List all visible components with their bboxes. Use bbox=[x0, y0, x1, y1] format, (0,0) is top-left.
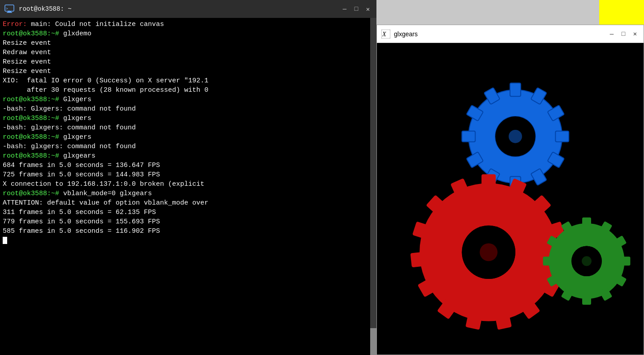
svg-point-10 bbox=[509, 130, 522, 143]
glxgears-maximize-button[interactable]: □ bbox=[619, 30, 627, 38]
glxgears-close-button[interactable]: ✕ bbox=[631, 30, 639, 38]
terminal-line: X connection to 192.168.137.1:0.0 broken… bbox=[3, 180, 374, 189]
terminal-cursor bbox=[3, 237, 7, 244]
terminal-body[interactable]: Error: main: Could not initialize canvas… bbox=[0, 18, 376, 355]
svg-point-15 bbox=[480, 243, 497, 261]
glxgears-window: X glxgears — □ ✕ bbox=[376, 25, 644, 355]
terminal-line: root@ok3588:~# vblank_mode=0 glxgears bbox=[3, 189, 374, 198]
gears-svg bbox=[377, 43, 644, 355]
terminal-line: Resize event bbox=[3, 38, 374, 48]
terminal-command: glxgears bbox=[63, 152, 95, 160]
glxgears-app-icon: X bbox=[381, 30, 390, 38]
svg-rect-2 bbox=[7, 12, 12, 13]
svg-text:>_: >_ bbox=[6, 7, 10, 11]
terminal-line: 779 frames in 5.0 seconds = 155.693 FPS bbox=[3, 217, 374, 227]
terminal-scrollbar-thumb[interactable] bbox=[370, 328, 376, 355]
blue-gear bbox=[462, 83, 569, 190]
terminal-prompt: root@ok3588:~# bbox=[3, 152, 63, 160]
terminal-command: vblank_mode=0 glxgears bbox=[63, 190, 152, 197]
terminal-line: 725 frames in 5.0 seconds = 144.983 FPS bbox=[3, 170, 374, 180]
terminal-command: glxgers bbox=[63, 133, 91, 141]
terminal-prompt: root@ok3588:~# bbox=[3, 30, 63, 38]
glxgears-title: glxgears bbox=[394, 30, 604, 38]
terminal-line: Redraw event bbox=[3, 48, 374, 57]
terminal-line: Resize event bbox=[3, 67, 374, 76]
terminal-maximize-button[interactable]: □ bbox=[352, 5, 360, 13]
glxgears-titlebar: X glxgears — □ ✕ bbox=[377, 25, 644, 43]
terminal-prompt: root@ok3588:~# bbox=[3, 133, 63, 141]
glxgears-minimize-button[interactable]: — bbox=[608, 30, 616, 38]
terminal-prompt: root@ok3588:~# bbox=[3, 115, 63, 122]
terminal-line: -bash: glxgers: command not found bbox=[3, 142, 374, 151]
terminal-line: root@ok3588:~# glxgers bbox=[3, 133, 374, 142]
terminal-line: -bash: Glxgers: command not found bbox=[3, 104, 374, 114]
terminal-command: glxgers bbox=[63, 115, 91, 122]
terminal-line: -bash: glxgers: command not found bbox=[3, 123, 374, 133]
terminal-line: root@ok3588:~# glxdemo bbox=[3, 29, 374, 38]
svg-rect-13 bbox=[481, 174, 496, 191]
terminal-line: after 30 requests (28 known processed) w… bbox=[3, 86, 374, 95]
terminal-cursor-line bbox=[3, 236, 374, 245]
terminal-window: >_ root@ok3588: ~ — □ ✕ Error: main: Cou… bbox=[0, 0, 376, 355]
terminal-line: 684 frames in 5.0 seconds = 136.647 FPS bbox=[3, 161, 374, 170]
terminal-titlebar: >_ root@ok3588: ~ — □ ✕ bbox=[0, 0, 376, 18]
terminal-close-button[interactable]: ✕ bbox=[364, 5, 372, 13]
svg-rect-1 bbox=[8, 11, 11, 12]
terminal-line: Error: main: Could not initialize canvas bbox=[3, 20, 374, 29]
terminal-prompt: root@ok3588:~# bbox=[3, 190, 63, 197]
terminal-window-controls[interactable]: — □ ✕ bbox=[341, 5, 372, 13]
terminal-command: glxdemo bbox=[63, 30, 91, 38]
svg-rect-8 bbox=[510, 83, 521, 96]
terminal-command: Glxgers bbox=[63, 96, 91, 103]
svg-rect-18 bbox=[582, 218, 591, 229]
terminal-line: ATTENTION: default value of option vblan… bbox=[3, 198, 374, 208]
terminal-title: root@ok3588: ~ bbox=[19, 5, 336, 13]
terminal-line: 311 frames in 5.0 seconds = 62.135 FPS bbox=[3, 208, 374, 217]
glxgears-window-controls[interactable]: — □ ✕ bbox=[608, 30, 639, 38]
terminal-line: root@ok3588:~# glxgears bbox=[3, 151, 374, 161]
svg-point-20 bbox=[582, 256, 592, 266]
terminal-line: Resize event bbox=[3, 57, 374, 67]
terminal-line: root@ok3588:~# glxgers bbox=[3, 114, 374, 123]
terminal-line: XIO: fatal IO error 0 (Success) on X ser… bbox=[3, 76, 374, 86]
svg-text:X: X bbox=[382, 31, 386, 38]
terminal-prompt: root@ok3588:~# bbox=[3, 96, 63, 103]
terminal-scrollbar[interactable] bbox=[370, 18, 376, 355]
terminal-minimize-button[interactable]: — bbox=[341, 5, 349, 13]
glxgears-canvas bbox=[377, 43, 644, 355]
terminal-line: 585 frames in 5.0 seconds = 116.902 FPS bbox=[3, 227, 374, 236]
terminal-app-icon: >_ bbox=[4, 4, 14, 14]
red-gear bbox=[411, 174, 567, 330]
terminal-line: root@ok3588:~# Glxgers bbox=[3, 95, 374, 104]
